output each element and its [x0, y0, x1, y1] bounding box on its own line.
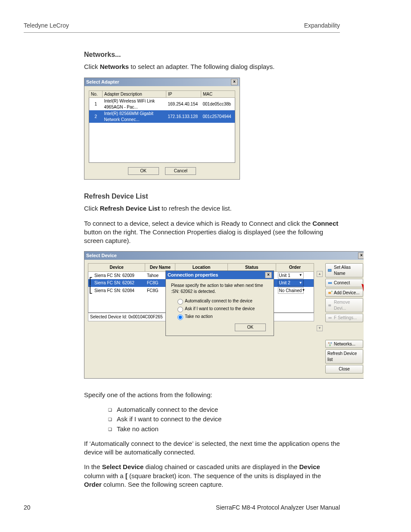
header-left: Teledyne LeCroy: [24, 22, 69, 30]
auto-para: If ‘Automatically connect to the device’…: [84, 439, 340, 457]
red-arrow-annotation: [361, 284, 364, 323]
connect-icon: [327, 280, 333, 286]
scroll-down-icon[interactable]: ▼: [317, 325, 323, 331]
adapter-row-selected[interactable]: 2 Intel(R) 82566MM Gigabit Network Conne…: [89, 110, 235, 123]
refresh-heading: Refresh Device List: [84, 192, 340, 201]
col-ip[interactable]: IP: [166, 90, 201, 98]
svg-marker-11: [361, 284, 364, 288]
bullet-auto: Automatically connect to the device: [108, 405, 340, 414]
col-mac[interactable]: MAC: [201, 90, 235, 98]
remove-device-button[interactable]: Remove Devi...: [325, 298, 363, 312]
bullet-ask: Ask if I want to connect to the device: [108, 415, 340, 423]
select-adapter-dialog: Select Adapter × No. Adapter Description…: [84, 78, 240, 180]
close-button[interactable]: Close: [325, 365, 363, 373]
select-adapter-titlebar: Select Adapter ×: [84, 78, 240, 86]
bullet-none: Take no action: [108, 425, 340, 433]
select-device-dialog: Select Device × Device Dev Name Location…: [84, 251, 364, 379]
page-footer: 20 SierraFC M8-4 Protocol Analyzer User …: [24, 504, 340, 512]
page-header: Teledyne LeCroy Expandability: [24, 22, 340, 33]
svg-text:+: +: [331, 290, 333, 293]
conn-props-msg: Please specify the action to take when n…: [171, 283, 268, 294]
refresh-p2: To connect to a device, select a device …: [84, 219, 340, 246]
close-icon[interactable]: ×: [265, 272, 272, 278]
col-no[interactable]: No.: [89, 90, 103, 98]
ok-button[interactable]: OK: [128, 167, 159, 175]
page-number: 20: [24, 504, 31, 512]
radio-ask-connect[interactable]: Ask if I want to connect to the device: [175, 305, 268, 312]
scroll-up-icon[interactable]: ▲: [317, 271, 323, 277]
add-icon: +: [327, 290, 333, 296]
svg-line-10: [362, 285, 364, 322]
svg-point-1: [328, 282, 330, 284]
select-device-title: Select Device: [86, 252, 117, 259]
order-dropdown[interactable]: Unit 1▼: [278, 272, 304, 279]
close-icon[interactable]: ×: [358, 252, 364, 259]
svg-rect-3: [328, 292, 331, 294]
svg-rect-0: [328, 269, 332, 271]
connection-properties-dialog: Connection properties × Please specify t…: [165, 271, 274, 336]
col-order[interactable]: Order: [276, 264, 314, 272]
connect-button[interactable]: Connect: [325, 279, 363, 287]
settings-icon: [327, 315, 333, 320]
networks-button[interactable]: Networks...: [325, 340, 363, 348]
adapter-table: No. Adapter Description IP MAC 1 Intel(R…: [89, 90, 235, 163]
svg-rect-6: [328, 317, 332, 319]
adapter-row[interactable]: 1 Intel(R) Wireless WiFi Link 4965AGN - …: [89, 98, 235, 111]
ok-button[interactable]: OK: [235, 324, 266, 331]
select-device-titlebar: Select Device ×: [84, 252, 364, 260]
bracket-para: In the Select Device dialog chained or c…: [84, 463, 340, 489]
side-button-column: Set Alias Name Connect + Add Device... R…: [325, 263, 363, 375]
action-bullets: Automatically connect to the device Ask …: [84, 405, 340, 433]
tag-icon: [327, 268, 333, 273]
conn-props-title: Connection properties: [168, 272, 218, 278]
select-adapter-title: Select Adapter: [86, 79, 119, 85]
networks-para: Click Networks to select an adapter. The…: [84, 62, 340, 71]
radio-auto-connect[interactable]: Automatically connect to the device: [175, 298, 268, 305]
radio-take-no-action[interactable]: Take no action: [175, 313, 268, 320]
refresh-p1: Click Refresh Device List to refresh the…: [84, 204, 340, 213]
order-dropdown[interactable]: Unit 2▼: [278, 280, 304, 286]
order-dropdown[interactable]: No Chained▼: [278, 287, 304, 294]
specify-para: Specify one of the actions from the foll…: [84, 391, 340, 399]
networks-heading: Networks...: [84, 50, 340, 59]
add-device-button[interactable]: + Add Device...: [325, 289, 363, 297]
header-right: Expandability: [304, 22, 340, 30]
svg-point-2: [330, 282, 332, 284]
set-alias-button[interactable]: Set Alias Name: [325, 263, 363, 277]
close-icon[interactable]: ×: [231, 79, 238, 85]
network-icon: [327, 342, 333, 347]
svg-rect-5: [328, 305, 331, 307]
col-device[interactable]: Device: [88, 264, 145, 272]
footer-title: SierraFC M8-4 Protocol Analyzer User Man…: [216, 504, 340, 512]
refresh-device-list-button[interactable]: Refresh Device list: [325, 349, 363, 364]
f-settings-button[interactable]: F Settings...: [325, 314, 363, 322]
cancel-button[interactable]: Cancel: [165, 167, 196, 175]
remove-icon: [327, 303, 333, 308]
col-desc[interactable]: Adapter Description: [103, 90, 166, 98]
